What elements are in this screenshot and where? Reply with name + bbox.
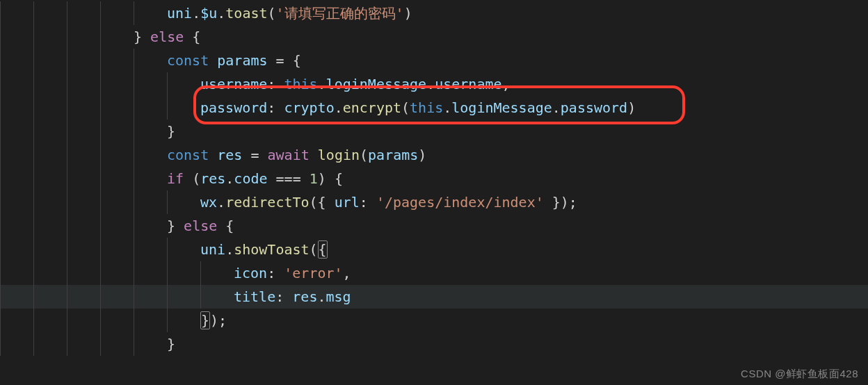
code-token: loginMessage <box>451 99 552 116</box>
code-token: { <box>184 28 200 45</box>
code-token: } <box>167 123 175 140</box>
indent-guide <box>33 120 67 143</box>
indent-guide <box>0 120 33 143</box>
code-token: toast <box>225 5 267 22</box>
code-token: showToast <box>234 241 309 258</box>
indent-guide <box>33 1 67 25</box>
code-token <box>301 170 310 187</box>
indent-guide <box>33 96 67 120</box>
indent-guide <box>67 72 100 96</box>
code-line[interactable]: const res = await login(params) <box>0 143 868 167</box>
indent-guide <box>0 309 33 332</box>
indent-guide <box>134 167 167 190</box>
indent-guide <box>100 1 134 25</box>
code-line[interactable]: uni.$u.toast('请填写正确的密码') <box>0 1 868 25</box>
code-token: msg <box>326 288 351 305</box>
code-token: login <box>318 147 360 163</box>
indent-guide <box>134 285 167 309</box>
indent-guide <box>134 143 167 167</box>
code-token: title <box>234 288 275 305</box>
code-token: '/pages/index/index' <box>376 194 544 211</box>
indent-guide <box>67 332 100 356</box>
code-line[interactable]: }); <box>0 309 868 332</box>
indent-guide <box>33 167 67 190</box>
indent-guide <box>100 96 134 120</box>
indent-guide <box>67 120 100 143</box>
code-line[interactable]: } <box>0 332 868 356</box>
code-line[interactable]: const params = { <box>0 49 868 72</box>
code-token: . <box>552 99 561 116</box>
code-token: . <box>335 99 343 116</box>
code-token: '请填写正确的密码' <box>276 5 404 22</box>
indent-guide <box>67 96 100 120</box>
code-editor[interactable]: uni.$u.toast('请填写正确的密码')} else {const pa… <box>0 0 868 385</box>
code-token: 1 <box>310 170 318 187</box>
code-token: res <box>292 288 317 305</box>
code-line[interactable]: username: this.loginMessage.username, <box>0 72 868 96</box>
indent-guide <box>100 120 134 143</box>
code-token: username <box>435 76 501 92</box>
code-line[interactable]: uni.showToast({ <box>0 238 868 261</box>
code-token <box>284 52 293 69</box>
code-token: icon <box>234 265 267 281</box>
indent-guide <box>100 49 134 72</box>
code-token: encrypt <box>343 99 401 116</box>
code-token: url <box>335 194 360 211</box>
code-token: ( <box>360 147 368 163</box>
code-token: . <box>426 76 435 92</box>
indent-guide <box>67 285 100 309</box>
code-line[interactable]: } else { <box>0 214 868 238</box>
code-token: } <box>167 218 184 234</box>
code-token: this <box>284 76 317 92</box>
code-token: : <box>267 265 284 281</box>
code-token: res <box>200 170 225 187</box>
code-line[interactable]: } else { <box>0 25 868 49</box>
indent-guide <box>33 143 67 167</box>
code-line[interactable]: password: crypto.encrypt(this.loginMessa… <box>0 96 868 120</box>
code-token: = <box>250 147 259 163</box>
indent-guide <box>0 190 33 214</box>
code-token: res <box>217 147 242 163</box>
code-line[interactable]: if (res.code === 1) { <box>0 167 868 190</box>
code-token: code <box>234 170 267 187</box>
indent-guide <box>134 120 167 143</box>
code-token: crypto <box>284 99 334 116</box>
indent-guide <box>100 72 134 96</box>
code-token: { <box>217 218 234 234</box>
code-token: 'error' <box>284 265 342 281</box>
code-line[interactable]: wx.redirectTo({ url: '/pages/index/index… <box>0 190 868 214</box>
indent-guide <box>0 49 33 72</box>
code-token: $u <box>200 5 217 22</box>
code-token: : <box>360 194 376 211</box>
indent-guide <box>100 190 134 214</box>
indent-guide <box>33 285 67 309</box>
code-token: . <box>317 288 326 305</box>
indent-guide <box>0 96 33 120</box>
code-token <box>259 147 267 163</box>
code-token: } <box>167 336 175 352</box>
code-token: wx <box>200 194 217 211</box>
code-token: } <box>200 311 210 329</box>
code-token <box>326 170 335 187</box>
indent-guide <box>67 49 100 72</box>
code-token: ( <box>310 241 318 258</box>
indent-guide <box>167 238 200 261</box>
code-token: ) <box>318 170 326 187</box>
code-token: . <box>217 194 225 211</box>
code-token: password <box>200 99 267 116</box>
code-token <box>310 147 318 163</box>
code-token: . <box>217 5 225 22</box>
indent-guide <box>33 332 67 356</box>
code-token: redirectTo <box>225 194 309 211</box>
indent-guide <box>0 261 33 285</box>
indent-guide <box>134 190 167 214</box>
code-line[interactable]: title: res.msg <box>0 285 868 309</box>
indent-guide <box>100 332 134 356</box>
indent-guide <box>33 25 67 49</box>
indent-guide <box>0 332 33 356</box>
code-token: { <box>318 240 328 259</box>
code-token: . <box>192 5 200 22</box>
code-token <box>184 170 192 187</box>
code-line[interactable]: icon: 'error', <box>0 261 868 285</box>
code-line[interactable]: } <box>0 120 868 143</box>
